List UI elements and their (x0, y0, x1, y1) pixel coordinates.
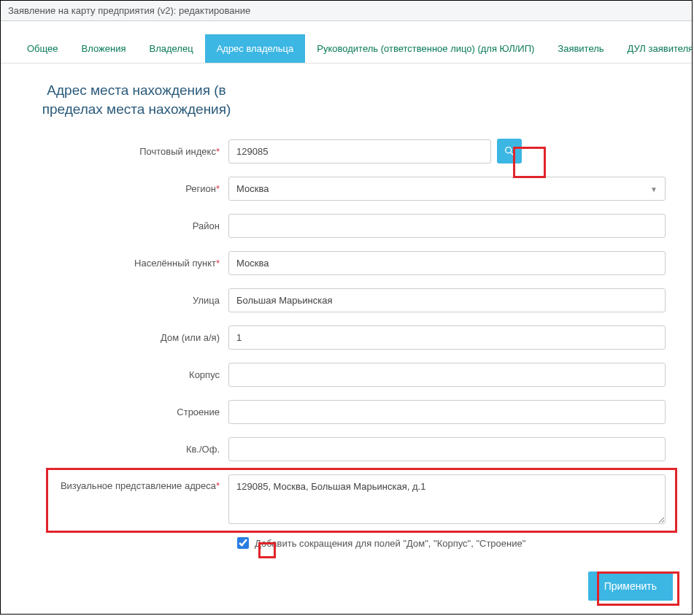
row-locality: Населённый пункт* (27, 251, 666, 275)
search-index-button[interactable] (497, 139, 522, 163)
apply-button[interactable]: Применить (588, 571, 673, 601)
label-building: Корпус (27, 369, 228, 380)
shortcuts-checkbox[interactable] (237, 537, 249, 549)
svg-line-1 (511, 153, 514, 155)
label-visual: Визуальное представление адреса* (27, 474, 228, 491)
label-district: Район (27, 220, 228, 231)
chevron-down-icon: ▼ (650, 185, 658, 193)
row-street: Улица (27, 288, 666, 312)
label-postal-index: Почтовый индекс* (27, 146, 228, 157)
row-apt: Кв./Оф. (27, 437, 666, 461)
tab-owner-address[interactable]: Адрес владельца (205, 34, 306, 63)
row-house: Дом (или а/я) (27, 326, 666, 350)
row-visual: Визуальное представление адреса* (27, 474, 666, 524)
edit-window: Заявление на карту предприятия (v2): ред… (0, 0, 693, 615)
label-house: Дом (или а/я) (27, 332, 228, 343)
search-icon (504, 145, 515, 157)
section-title: Адрес места нахождения (в пределах места… (27, 81, 246, 118)
tab-responsible[interactable]: Руководитель (ответственное лицо) (для Ю… (305, 34, 546, 63)
row-building: Корпус (27, 363, 666, 387)
structure-input[interactable] (228, 400, 666, 424)
postal-index-input[interactable] (228, 139, 491, 163)
tab-general[interactable]: Общее (15, 34, 70, 63)
row-structure: Строение (27, 400, 666, 424)
locality-input[interactable] (228, 251, 666, 275)
building-input[interactable] (228, 363, 666, 387)
label-structure: Строение (27, 407, 228, 417)
street-input[interactable] (228, 288, 666, 312)
shortcuts-label: Добавить сокращения для полей "Дом", "Ко… (255, 538, 525, 549)
label-region: Регион* (27, 183, 228, 194)
svg-point-0 (506, 147, 512, 153)
tabs-bar: Общее Вложения Владелец Адрес владельца … (1, 34, 692, 63)
label-street: Улица (27, 295, 228, 306)
house-input[interactable] (228, 326, 666, 350)
label-apt: Кв./Оф. (27, 444, 228, 455)
visual-address-textarea[interactable] (228, 474, 666, 524)
district-input[interactable] (228, 214, 666, 238)
tab-owner[interactable]: Владелец (137, 34, 204, 63)
row-shortcuts: Добавить сокращения для полей "Дом", "Ко… (237, 537, 666, 549)
row-district: Район (27, 214, 666, 238)
form-content: Адрес места нахождения (в пределах места… (1, 63, 692, 556)
row-region: Регион* Москва ▼ (27, 177, 666, 201)
tab-applicant-id[interactable]: ДУЛ заявителя (616, 34, 692, 63)
region-value: Москва (236, 183, 269, 194)
apt-input[interactable] (228, 437, 666, 461)
window-title: Заявление на карту предприятия (v2): ред… (1, 1, 692, 21)
region-select[interactable]: Москва ▼ (228, 177, 666, 201)
label-locality: Населённый пункт* (27, 258, 228, 269)
tab-applicant[interactable]: Заявитель (546, 34, 615, 63)
tab-attachments[interactable]: Вложения (70, 34, 138, 63)
row-postal-index: Почтовый индекс* (27, 139, 666, 163)
